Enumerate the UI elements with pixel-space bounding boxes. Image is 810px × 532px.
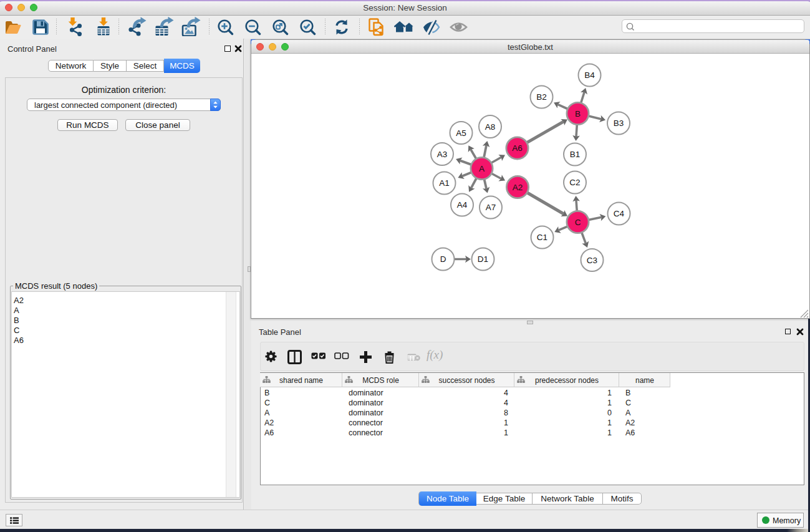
svg-text:A: A (479, 164, 485, 173)
svg-text:B1: B1 (570, 150, 581, 159)
svg-text:C: C (575, 218, 581, 227)
svg-text:D: D (440, 254, 446, 264)
svg-text:C1: C1 (537, 233, 547, 242)
svg-text:C4: C4 (614, 209, 625, 218)
svg-text:A4: A4 (457, 200, 468, 210)
svg-text:B2: B2 (536, 92, 547, 102)
svg-text:A2: A2 (513, 183, 523, 192)
svg-text:A6: A6 (512, 143, 523, 153)
svg-text:B: B (575, 109, 581, 118)
svg-text:A1: A1 (439, 178, 450, 188)
svg-text:B4: B4 (584, 70, 595, 80)
svg-text:C3: C3 (587, 256, 597, 265)
svg-text:A8: A8 (485, 122, 496, 132)
svg-text:A5: A5 (456, 128, 466, 138)
svg-text:C2: C2 (569, 178, 580, 187)
svg-text:D1: D1 (478, 254, 488, 264)
svg-text:A7: A7 (486, 203, 496, 212)
svg-text:A3: A3 (437, 150, 448, 159)
svg-text:B3: B3 (614, 118, 624, 128)
